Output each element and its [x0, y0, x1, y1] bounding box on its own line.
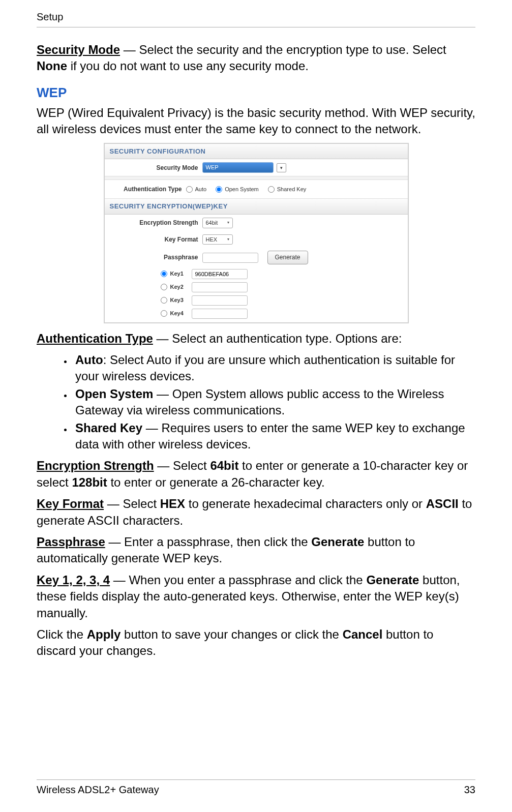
auth-type-lead: Authentication Type — [37, 332, 153, 345]
key4-radio[interactable] — [161, 310, 167, 317]
passphrase-para: Passphrase — Enter a passphrase, then cl… — [37, 534, 475, 567]
chevron-down-icon: ▾ — [227, 237, 229, 243]
security-mode-select[interactable]: WEP — [202, 162, 274, 173]
key4-label: Key4 — [170, 310, 192, 317]
header-title: Setup — [37, 11, 63, 22]
keys-para: Key 1, 2, 3, 4 — When you enter a passph… — [37, 572, 475, 621]
key3-label: Key3 — [170, 296, 192, 304]
auth-type-options: Auto: Select Auto if you are unsure whic… — [72, 352, 475, 453]
none-label: None — [37, 59, 67, 73]
auth-open-label: Open System — [225, 186, 259, 193]
key3-radio[interactable] — [161, 297, 167, 304]
key4-input[interactable] — [192, 309, 248, 319]
key-format-field-label: Key Format — [110, 235, 202, 244]
encryption-strength-para: Encryption Strength — Select 64bit to en… — [37, 458, 475, 491]
security-mode-label: Security Mode — [37, 43, 120, 56]
list-item: Open System — Open System allows public … — [72, 386, 475, 419]
auth-open-radio[interactable] — [216, 186, 222, 193]
key1-radio[interactable] — [161, 270, 167, 277]
page-header: Setup — [37, 10, 475, 27]
key2-radio[interactable] — [161, 284, 167, 290]
security-config-screenshot: SECURITY CONFIGURATION Security Mode WEP… — [104, 143, 409, 323]
page-number: 33 — [464, 783, 475, 797]
auth-auto-label: Auto — [195, 186, 207, 193]
key1-label: Key1 — [170, 270, 192, 278]
security-config-header: SECURITY CONFIGURATION — [105, 144, 408, 160]
key2-input[interactable] — [192, 282, 248, 292]
key-format-select[interactable]: HEX▾ — [202, 234, 233, 245]
security-mode-field-label: Security Mode — [110, 164, 202, 172]
encryption-strength-field-label: Encryption Strength — [110, 219, 202, 227]
key-format-para: Key Format — Select HEX to generate hexa… — [37, 496, 475, 529]
chevron-down-icon[interactable]: ▾ — [277, 163, 286, 172]
auth-shared-label: Shared Key — [277, 186, 306, 193]
footer-left: Wireless ADSL2+ Gateway — [37, 783, 159, 797]
key1-input[interactable] — [192, 269, 248, 279]
auth-auto-radio[interactable] — [186, 186, 193, 193]
key2-label: Key2 — [170, 283, 192, 291]
key3-input[interactable] — [192, 295, 248, 306]
encryption-strength-select[interactable]: 64bit▾ — [202, 218, 233, 228]
wep-heading: WEP — [37, 84, 475, 102]
wep-key-header: SECURITY ENCRYPTION(WEP)KEY — [105, 199, 408, 215]
list-item: Auto: Select Auto if you are unsure whic… — [72, 352, 475, 385]
page-footer: Wireless ADSL2+ Gateway 33 — [37, 779, 475, 797]
passphrase-input[interactable] — [202, 253, 258, 263]
auth-type-field-label: Authentication Type — [110, 185, 186, 193]
passphrase-field-label: Passphrase — [110, 253, 202, 261]
security-mode-para: Security Mode — Select the security and … — [37, 42, 475, 75]
auth-type-para: Authentication Type — Select an authenti… — [37, 330, 475, 347]
wep-desc: WEP (Wired Equivalent Privacy) is the ba… — [37, 105, 475, 138]
generate-button[interactable]: Generate — [267, 251, 308, 264]
list-item: Shared Key — Requires users to enter the… — [72, 420, 475, 453]
auth-shared-radio[interactable] — [268, 186, 275, 193]
apply-cancel-para: Click the Apply button to save your chan… — [37, 626, 475, 659]
chevron-down-icon: ▾ — [227, 220, 229, 226]
